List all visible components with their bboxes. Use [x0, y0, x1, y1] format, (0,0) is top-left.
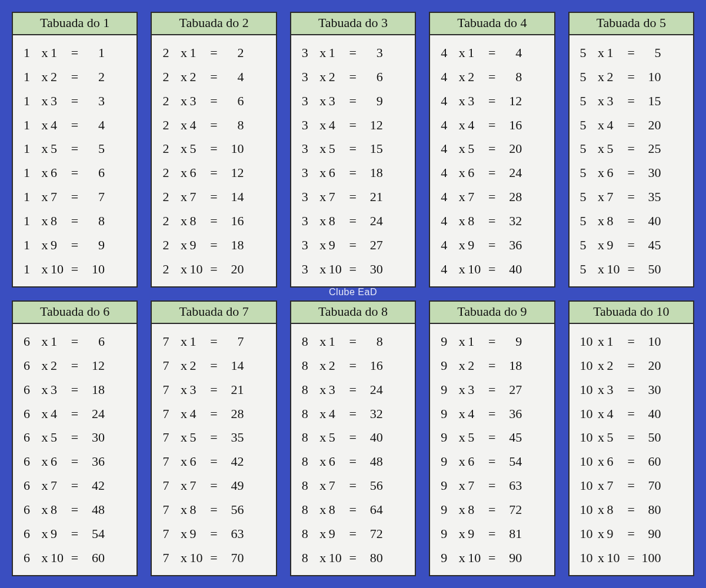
table-body: 4x1=4 4x2=8 4x3=12 4x4=16 4x5=20 4x6=24 …	[430, 35, 554, 286]
table-row: 1x2=2	[18, 66, 132, 87]
table-row: 7x10=70	[156, 547, 271, 568]
table-row: 3x10=30	[296, 259, 410, 279]
table-row: 10x3=30	[574, 379, 688, 400]
table-row: 8x4=32	[296, 403, 410, 424]
table-row: 8x2=16	[296, 355, 410, 376]
table-row: 1x9=9	[18, 235, 132, 255]
table-card-5: Tabuada do 5 5x1=5 5x2=10 5x3=15 5x4=20 …	[568, 12, 694, 288]
table-row: 5x7=35	[574, 186, 688, 207]
table-row: 3x1=3	[296, 42, 410, 63]
table-row: 6x2=12	[18, 355, 132, 376]
table-body: 3x1=3 3x2=6 3x3=9 3x4=12 3x5=15 3x6=18 3…	[291, 35, 415, 286]
table-body: 2x1=2 2x2=4 2x3=6 2x4=8 2x5=10 2x6=12 2x…	[152, 35, 275, 286]
table-row: 4x2=8	[435, 66, 549, 87]
table-row: 2x7=14	[156, 186, 271, 207]
table-row: 6x10=60	[18, 547, 132, 568]
table-row: 4x7=28	[435, 186, 549, 207]
table-title: Tabuada do 9	[430, 302, 554, 324]
table-row: 8x3=24	[296, 379, 410, 400]
table-card-8: Tabuada do 8 8x1=8 8x2=16 8x3=24 8x4=32 …	[290, 300, 416, 576]
table-row: 4x9=36	[435, 235, 549, 255]
table-row: 5x9=45	[574, 235, 688, 255]
table-row: 8x10=80	[296, 547, 410, 568]
table-row: 9x5=45	[435, 427, 549, 447]
table-row: 2x6=12	[156, 162, 271, 183]
table-row: 4x5=20	[435, 138, 549, 159]
table-row: 6x4=24	[18, 403, 132, 424]
table-row: 3x4=12	[296, 115, 410, 135]
table-row: 2x2=4	[156, 66, 271, 87]
table-row: 9x10=90	[435, 547, 549, 568]
table-row: 4x3=12	[435, 91, 549, 111]
table-title: Tabuada do 3	[291, 13, 415, 35]
table-row: 2x4=8	[156, 115, 271, 135]
table-row: 3x3=9	[296, 91, 410, 111]
table-title: Tabuada do 2	[152, 13, 275, 35]
table-card-6: Tabuada do 6 6x1=6 6x2=12 6x3=18 6x4=24 …	[12, 300, 138, 576]
table-row: 7x3=21	[156, 379, 271, 400]
table-row: 10x9=90	[574, 523, 688, 544]
table-row: 1x3=3	[18, 91, 132, 111]
table-row: 7x7=49	[156, 475, 271, 496]
table-row: 3x6=18	[296, 162, 410, 183]
table-title: Tabuada do 8	[291, 302, 415, 324]
table-row: 9x7=63	[435, 475, 549, 496]
table-row: 4x4=16	[435, 115, 549, 135]
table-row: 2x9=18	[156, 235, 271, 255]
table-row: 2x8=16	[156, 211, 271, 231]
table-row: 5x8=40	[574, 211, 688, 231]
table-body: 6x1=6 6x2=12 6x3=18 6x4=24 6x5=30 6x6=36…	[13, 324, 136, 575]
table-row: 10x10=100	[574, 547, 688, 568]
table-body: 7x1=7 7x2=14 7x3=21 7x4=28 7x5=35 7x6=42…	[152, 324, 275, 575]
table-row: 2x5=10	[156, 138, 271, 159]
table-row: 10x6=60	[574, 451, 688, 472]
table-row: 5x6=30	[574, 162, 688, 183]
table-row: 4x6=24	[435, 162, 549, 183]
table-row: 5x1=5	[574, 42, 688, 63]
table-title: Tabuada do 6	[13, 302, 136, 324]
table-row: 4x10=40	[435, 259, 549, 279]
table-row: 5x5=25	[574, 138, 688, 159]
table-title: Tabuada do 4	[430, 13, 554, 35]
table-row: 8x1=8	[296, 331, 410, 352]
table-row: 9x8=72	[435, 499, 549, 520]
table-row: 2x3=6	[156, 91, 271, 111]
table-row: 3x5=15	[296, 138, 410, 159]
table-card-1: Tabuada do 1 1x1=1 1x2=2 1x3=3 1x4=4 1x5…	[12, 12, 138, 288]
table-row: 5x10=50	[574, 259, 688, 279]
table-row: 8x5=40	[296, 427, 410, 447]
table-row: 5x2=10	[574, 66, 688, 87]
table-row: 6x8=48	[18, 499, 132, 520]
table-row: 3x8=24	[296, 211, 410, 231]
table-row: 9x4=36	[435, 403, 549, 424]
table-card-10: Tabuada do 10 10x1=10 10x2=20 10x3=30 10…	[568, 300, 694, 576]
table-row: 6x7=42	[18, 475, 132, 496]
table-row: 6x5=30	[18, 427, 132, 447]
table-row: 8x7=56	[296, 475, 410, 496]
table-row: 8x8=64	[296, 499, 410, 520]
table-row: 3x2=6	[296, 66, 410, 87]
table-title: Tabuada do 5	[570, 13, 693, 35]
table-row: 1x1=1	[18, 42, 132, 63]
table-body: 10x1=10 10x2=20 10x3=30 10x4=40 10x5=50 …	[570, 324, 693, 575]
table-row: 9x6=54	[435, 451, 549, 472]
table-card-2: Tabuada do 2 2x1=2 2x2=4 2x3=6 2x4=8 2x5…	[151, 12, 277, 288]
table-title: Tabuada do 7	[152, 302, 275, 324]
table-row: 9x9=81	[435, 523, 549, 544]
table-row: 6x3=18	[18, 379, 132, 400]
table-row: 10x8=80	[574, 499, 688, 520]
table-row: 1x5=5	[18, 138, 132, 159]
table-row: 6x9=54	[18, 523, 132, 544]
table-row: 7x2=14	[156, 355, 271, 376]
table-row: 7x9=63	[156, 523, 271, 544]
table-row: 6x1=6	[18, 331, 132, 352]
table-row: 3x9=27	[296, 235, 410, 255]
table-row: 10x2=20	[574, 355, 688, 376]
table-row: 9x3=27	[435, 379, 549, 400]
table-row: 1x7=7	[18, 186, 132, 207]
table-body: 5x1=5 5x2=10 5x3=15 5x4=20 5x5=25 5x6=30…	[570, 35, 693, 286]
table-row: 4x8=32	[435, 211, 549, 231]
watermark-text: Clube EaD	[329, 287, 377, 298]
table-row: 3x7=21	[296, 186, 410, 207]
table-row: 10x7=70	[574, 475, 688, 496]
